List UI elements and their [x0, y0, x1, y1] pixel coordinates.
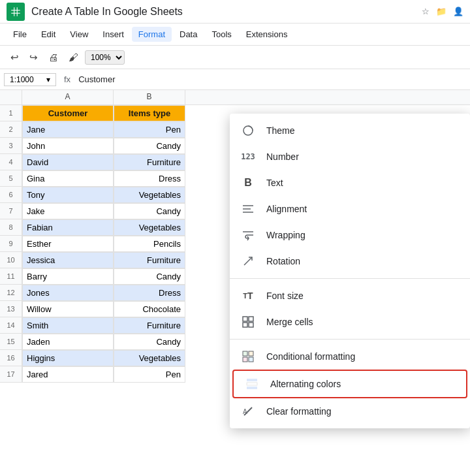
- menu-item-conditional-formatting[interactable]: Conditional formatting: [230, 343, 470, 370]
- undo-button[interactable]: ↩: [7, 49, 23, 66]
- menu-label-alternating-colors: Alternating colors: [270, 379, 341, 389]
- cell-col-a[interactable]: Esther: [22, 236, 114, 252]
- cell-col-a[interactable]: David: [22, 154, 114, 170]
- text-icon: B: [240, 175, 256, 191]
- folder-icon[interactable]: 📁: [436, 7, 446, 16]
- svg-rect-12: [249, 317, 253, 321]
- cell-col-a[interactable]: Jake: [22, 203, 114, 219]
- cell-col-b[interactable]: Candy: [114, 334, 185, 350]
- cell-col-a[interactable]: Barry: [22, 268, 114, 285]
- print-button[interactable]: 🖨: [44, 49, 62, 65]
- menu-item-alignment[interactable]: Alignment: [230, 196, 470, 222]
- user-icon[interactable]: 👤: [453, 7, 463, 16]
- menu-format[interactable]: Format: [132, 27, 172, 42]
- paint-format-button[interactable]: 🖌: [65, 49, 82, 65]
- svg-rect-16: [249, 351, 253, 356]
- cell-col-b[interactable]: Vegetables: [114, 350, 185, 366]
- cell-col-a[interactable]: Fabian: [22, 219, 114, 236]
- menu-item-theme[interactable]: Theme: [230, 118, 470, 144]
- menu-tools[interactable]: Tools: [205, 27, 238, 42]
- svg-rect-15: [243, 351, 247, 356]
- header-cell-b: Items type: [114, 105, 185, 121]
- svg-rect-19: [247, 379, 257, 381]
- star-icon[interactable]: ☆: [422, 7, 430, 16]
- cell-col-a[interactable]: Willow: [22, 301, 114, 317]
- cell-col-a[interactable]: Jared: [22, 366, 114, 383]
- cell-col-a[interactable]: Jane: [22, 121, 114, 138]
- row-number: 9: [0, 236, 22, 252]
- row-number: 7: [0, 203, 22, 219]
- menu-label-conditional-formatting: Conditional formatting: [266, 351, 355, 362]
- menu-view[interactable]: View: [63, 27, 95, 42]
- cell-col-b[interactable]: Furniture: [114, 154, 185, 170]
- menu-insert[interactable]: Insert: [96, 27, 131, 42]
- cell-col-b[interactable]: Vegetables: [114, 187, 185, 203]
- menu-label-font-size: Font size: [266, 291, 304, 301]
- menu-item-rotation[interactable]: Rotation: [230, 248, 470, 274]
- cell-col-b[interactable]: Candy: [114, 138, 185, 154]
- cell-ref-dropdown-icon[interactable]: ▾: [46, 75, 50, 84]
- corner-cell: [0, 90, 22, 104]
- number-icon: 123: [240, 149, 256, 165]
- cell-col-b[interactable]: Vegetables: [114, 219, 185, 236]
- cell-col-b[interactable]: Furniture: [114, 317, 185, 334]
- cell-col-b[interactable]: Pencils: [114, 236, 185, 252]
- format-dropdown-menu: Theme123NumberBText Alignment Wrapping R…: [230, 114, 470, 428]
- menu-item-text[interactable]: BText: [230, 170, 470, 196]
- menu-label-wrapping: Wrapping: [266, 230, 306, 240]
- menu-data[interactable]: Data: [173, 27, 204, 42]
- menu-item-number[interactable]: 123Number: [230, 144, 470, 170]
- menu-label-merge-cells: Merge cells: [266, 317, 313, 327]
- row-number: 3: [0, 138, 22, 154]
- cell-col-b[interactable]: Dress: [114, 170, 185, 187]
- menu-extensions[interactable]: Extensions: [240, 27, 294, 42]
- svg-rect-18: [249, 357, 253, 362]
- cell-col-b[interactable]: Furniture: [114, 252, 185, 268]
- cell-col-a[interactable]: Jessica: [22, 252, 114, 268]
- menu-item-alternating-colors[interactable]: Alternating colors: [232, 370, 467, 398]
- row-number: 6: [0, 187, 22, 203]
- cell-col-a[interactable]: Jaden: [22, 334, 114, 350]
- cell-col-a[interactable]: Jones: [22, 285, 114, 301]
- col-header-b[interactable]: B: [114, 90, 185, 104]
- alternating-colors-icon: [244, 376, 260, 392]
- cell-col-b[interactable]: Pen: [114, 366, 185, 383]
- menu-edit[interactable]: Edit: [35, 27, 62, 42]
- row-number: 17: [0, 366, 22, 383]
- cell-col-b[interactable]: Candy: [114, 268, 185, 285]
- svg-rect-14: [249, 323, 253, 327]
- col-header-a[interactable]: A: [22, 90, 114, 104]
- formula-input[interactable]: [78, 74, 466, 84]
- app-icon: [7, 3, 25, 21]
- menu-label-text: Text: [266, 178, 283, 188]
- cell-col-a[interactable]: Higgins: [22, 350, 114, 366]
- menu-label-alignment: Alignment: [266, 204, 307, 214]
- zoom-select[interactable]: 100% 75% 125% 150%: [85, 50, 125, 65]
- cell-col-a[interactable]: Tony: [22, 187, 114, 203]
- merge-cells-icon: [240, 314, 256, 330]
- cell-col-b[interactable]: Dress: [114, 285, 185, 301]
- svg-text:A: A: [243, 408, 247, 415]
- cell-col-b[interactable]: Chocolate: [114, 301, 185, 317]
- cell-ref-value: 1:1000: [10, 75, 34, 84]
- cell-col-b[interactable]: Pen: [114, 121, 185, 138]
- cell-col-a[interactable]: John: [22, 138, 114, 154]
- row-num-1: 1: [0, 105, 22, 121]
- svg-rect-20: [247, 383, 257, 385]
- cell-reference[interactable]: 1:1000 ▾: [4, 73, 56, 86]
- column-headers: A B: [0, 90, 470, 105]
- redo-button[interactable]: ↪: [25, 49, 42, 66]
- menu-item-merge-cells[interactable]: Merge cells: [230, 309, 470, 335]
- cell-col-b[interactable]: Candy: [114, 203, 185, 219]
- row-number: 11: [0, 268, 22, 285]
- row-number: 16: [0, 350, 22, 366]
- cell-col-a[interactable]: Smith: [22, 317, 114, 334]
- menu-divider: [230, 339, 470, 340]
- menu-item-wrapping[interactable]: Wrapping: [230, 222, 470, 248]
- menu-item-font-size[interactable]: TTFont size: [230, 283, 470, 309]
- menu-item-clear-formatting[interactable]: A Clear formatting: [230, 398, 470, 424]
- menu-label-clear-formatting: Clear formatting: [266, 406, 332, 417]
- row-number: 13: [0, 301, 22, 317]
- cell-col-a[interactable]: Gina: [22, 170, 114, 187]
- menu-file[interactable]: File: [7, 27, 33, 42]
